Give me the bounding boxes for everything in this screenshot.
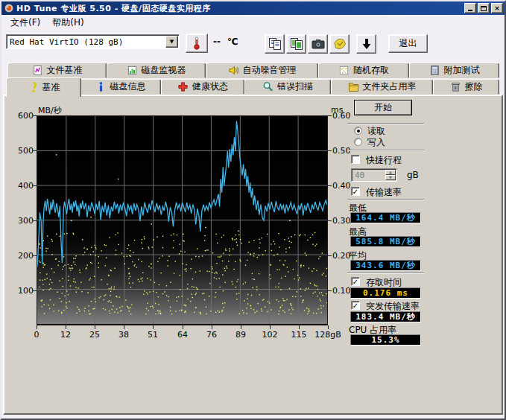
read-radio[interactable]	[354, 127, 362, 135]
tick-mark	[33, 150, 37, 151]
tab-folder-usage[interactable]: 文件夹占用率	[331, 79, 433, 95]
tab-label: 错误扫描	[277, 80, 313, 93]
short-stroke-checkbox[interactable]	[351, 155, 360, 164]
tab-label: 磁盘监视器	[142, 64, 186, 77]
camera-button[interactable]	[308, 34, 328, 54]
tab-random-access[interactable]: 随机存取	[318, 63, 409, 78]
tick-mark	[299, 325, 300, 329]
x-axis-tick-label: 128gB	[313, 330, 343, 340]
avg-value-display: 343.6 MB/秒	[350, 260, 421, 271]
y-axis-tick-label: 300	[12, 216, 34, 226]
acoustic-management-icon	[228, 65, 239, 76]
save-button[interactable]	[329, 34, 350, 54]
random-access-icon	[338, 65, 350, 76]
burst-rate-display: 183.4 MB/秒	[350, 311, 421, 322]
erase-icon	[450, 81, 461, 92]
extra-tests-icon	[429, 65, 440, 76]
menu-item-file[interactable]: 文件(F)	[4, 15, 46, 31]
right-axis-tick-label: 0.60	[332, 111, 355, 121]
tick-mark	[328, 220, 332, 221]
tab-disk-info[interactable]: 磁盘信息	[80, 79, 161, 95]
x-axis-tick-label: 102	[255, 330, 285, 340]
tab-label: 自动噪音管理	[243, 64, 297, 77]
folder-usage-icon	[348, 81, 359, 92]
tab-disk-monitor[interactable]: 磁盘监视器	[107, 63, 206, 78]
tab-label: 健康状态	[192, 80, 228, 93]
transfer-rate-checkbox[interactable]: ✓	[351, 187, 360, 196]
chevron-down-icon[interactable]: ▼	[165, 36, 178, 48]
short-stroke-size-field[interactable]: 40 ▲ ▼	[351, 168, 397, 182]
left-axis-title: MB/秒	[38, 105, 62, 116]
menu-item-help[interactable]: 帮助(H)	[46, 15, 89, 31]
tab-label: 文件基准	[47, 64, 83, 77]
tick-mark	[33, 115, 37, 116]
close-button[interactable]: ×	[491, 3, 503, 13]
tick-mark	[33, 185, 37, 186]
tick-mark	[183, 325, 183, 329]
separator	[347, 150, 424, 151]
start-label: 开始	[374, 101, 392, 114]
copy-image-icon	[289, 36, 304, 51]
tab-label: 附加测试	[444, 64, 480, 77]
access-time-display: 0.176 ms	[350, 287, 421, 299]
maximize-button[interactable]	[478, 3, 490, 13]
tab-label: 随机存取	[353, 64, 389, 77]
temperature-value: --	[213, 36, 221, 47]
temperature-button[interactable]	[186, 34, 208, 53]
tick-mark	[212, 325, 212, 329]
tab-error-scan[interactable]: 错误扫描	[244, 79, 331, 95]
menu-bar: 文件(F)帮助(H)	[1, 15, 505, 30]
short-stroke-label[interactable]: 快捷行程	[366, 154, 402, 167]
separator	[347, 123, 424, 124]
burst-rate-checkbox[interactable]: ✓	[351, 301, 360, 310]
start-button[interactable]: 开始	[354, 100, 412, 115]
write-radio-label[interactable]: 写入	[367, 136, 385, 149]
x-axis-tick-label: 25	[80, 330, 110, 340]
tab-file-benchmark[interactable]: 文件基准	[7, 63, 107, 78]
tick-mark	[328, 115, 332, 116]
tab-label: 基准	[42, 81, 60, 94]
tab-erase[interactable]: 擦除	[433, 79, 499, 95]
minimize-button[interactable]	[464, 3, 476, 13]
benchmark-icon	[28, 82, 39, 93]
spin-up-icon[interactable]: ▲	[385, 170, 396, 175]
y-axis-tick-label: 100	[12, 286, 34, 296]
transfer-rate-label[interactable]: 传输速率	[366, 186, 402, 199]
separator	[347, 273, 424, 274]
tab-acoustic-management[interactable]: 自动噪音管理	[206, 63, 318, 78]
max-value-display: 585.8 MB/秒	[350, 236, 421, 247]
x-axis-tick-label: 76	[197, 330, 227, 340]
tick-mark	[33, 290, 37, 291]
tab-extra-tests[interactable]: 附加测试	[409, 63, 499, 78]
copy-image-button[interactable]	[286, 34, 306, 54]
tick-mark	[241, 325, 241, 329]
title-bar[interactable]: HD Tune 专业版 5.50 - 硬盘/固态硬盘实用程序 ×	[1, 1, 505, 15]
tab-benchmark[interactable]: 基准	[6, 77, 81, 97]
spin-down-icon[interactable]: ▼	[385, 175, 396, 180]
copy-icon	[268, 36, 282, 51]
x-axis-tick-label: 64	[168, 330, 197, 340]
tick-mark	[328, 185, 332, 186]
access-time-checkbox[interactable]: ✓	[351, 277, 360, 286]
disk-monitor-icon	[127, 65, 138, 76]
app-icon	[4, 3, 14, 13]
file-benchmark-icon	[32, 65, 43, 76]
temperature-unit: ℃	[227, 36, 238, 47]
y-axis-tick-label: 500	[12, 146, 34, 156]
x-axis-tick-label: 89	[226, 330, 256, 340]
health-icon	[177, 81, 189, 92]
tick-mark	[37, 325, 37, 329]
write-radio[interactable]	[354, 138, 362, 146]
tick-mark	[270, 325, 271, 329]
drive-select-value: Red Hat VirtIO (128 gB)	[7, 36, 165, 47]
tab-health[interactable]: 健康状态	[161, 79, 244, 95]
drive-select[interactable]: Red Hat VirtIO (128 gB) ▼	[6, 34, 180, 49]
copy-button[interactable]	[265, 34, 285, 54]
separator	[347, 199, 424, 200]
tick-mark	[328, 255, 332, 256]
exit-button[interactable]: 退出	[388, 34, 428, 53]
save-icon	[332, 36, 347, 51]
download-button[interactable]	[356, 34, 376, 54]
tick-mark	[124, 325, 124, 329]
exit-label: 退出	[399, 37, 417, 50]
